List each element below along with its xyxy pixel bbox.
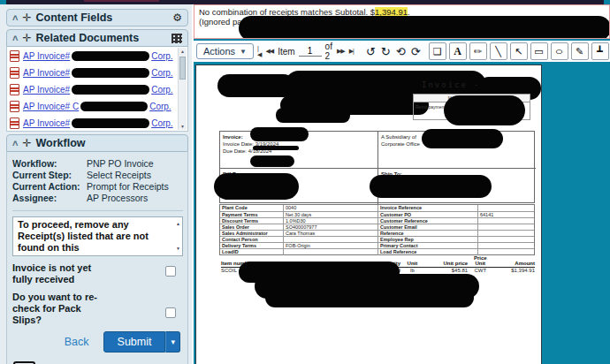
ap-invoice-link[interactable]: AP Invoice# CCorp. [23,102,172,111]
last-item-button[interactable]: ▶| [348,48,355,55]
freehand-tool-button[interactable]: ✎ [571,42,589,60]
panel-content-fields: ˄ ✛ Content Fields ⚙ [6,9,188,27]
panel-title: Workflow [36,137,86,149]
field-value: Select Receipts [87,170,151,181]
recheck-packslips-checkbox[interactable] [165,307,176,318]
content-fields-header[interactable]: ˄ ✛ Content Fields ⚙ [6,9,188,27]
line-tool-button[interactable]: ╲ [490,42,507,60]
stamp-tool-button[interactable]: ┻ [591,42,609,60]
notice-scrollbar[interactable]: ▲▼ [176,218,180,254]
redaction [72,118,149,128]
rotate-cw-icon[interactable]: ↻ [379,46,393,57]
submit-dropdown[interactable]: ▾ [165,331,180,353]
related-documents-header[interactable]: ˄ ✛ Related Documents [6,29,188,47]
submit-button[interactable]: Submit [103,331,166,353]
prev-item-button[interactable]: ◀◀ [264,48,274,55]
redaction [422,129,503,148]
ap-invoice-link[interactable]: AP Invoice#Corp. [23,68,173,78]
list-item: AP Invoice#Corp. [10,48,177,64]
field-value: Prompt for Receipts [87,181,169,193]
gear-icon[interactable]: ⚙ [172,11,182,24]
invoice-date: Invoice Date: 3/19/2024 [223,140,375,148]
invoice-details-table: Plant Code0040Invoice Reference Payment … [219,204,535,255]
app-window: ˄ ✛ Content Fields ⚙ ˄ ✛ Related Documen… [0,0,610,364]
redaction [72,51,149,61]
list-scrollbar[interactable]: ▲ ▼ [178,48,187,130]
document-viewer[interactable]: Invoice - C Make checks payable to Remit… [194,64,610,364]
pdf-file-icon [10,101,19,112]
question-row: Invoice is not yet fully received [12,262,183,285]
ap-invoice-link[interactable]: AP Invoice#Corp. [23,85,173,95]
refresh-all-icon[interactable]: ⟳ [409,46,423,57]
redaction [72,68,149,78]
item-number-input[interactable] [299,46,322,57]
rectangle-tool-button[interactable]: ▭ [530,42,548,60]
refresh-icon[interactable]: ⟲ [394,46,408,57]
redaction [253,146,299,150]
list-item: AP Invoice#Corp. [10,81,177,98]
sidebar: ˄ ✛ Content Fields ⚙ ˄ ✛ Related Documen… [0,4,192,364]
grid-view-icon[interactable] [172,34,182,43]
collapse-icon[interactable]: ˄ [12,34,18,42]
workflow-body: Workflow:PNP PO Invoice Current Step:Sel… [6,152,188,364]
redaction [250,127,309,141]
list-item: AP Invoice#Corp. [10,64,177,81]
question-label: Invoice is not yet fully received [12,262,110,285]
field-label: Assignee: [12,193,87,204]
chrome-accent [84,0,159,2]
move-icon[interactable]: ✛ [22,12,31,23]
redaction [370,175,492,198]
move-icon[interactable]: ✛ [22,138,31,148]
workflow-header[interactable]: ˄ ✛ Workflow [6,134,188,152]
panel-title: Related Documents [36,32,140,44]
due-date: Due Date: 4/18/2024 [223,148,375,155]
viewer-toolbar: Actions▼ |◀ ◀◀ Item of 2 ▶▶ ▶| ↺ ↻ ⟲ ⟳ ❏… [194,39,610,64]
first-item-button[interactable]: |◀ [256,45,262,58]
collapse-icon[interactable]: ˄ [12,13,18,22]
field-label: Workflow: [12,158,87,170]
pdf-file-icon [10,50,19,62]
question-row: Do you want to re-check for Pack Slips? [12,292,183,326]
workflow-notice: To proceed, remove any Receipt(s) listed… [12,216,183,256]
scroll-up-icon[interactable]: ▲ [176,218,180,230]
move-icon[interactable]: ✛ [22,33,31,43]
next-item-button[interactable]: ▶▶ [336,48,346,55]
panel-related-documents: ˄ ✛ Related Documents AP Invoice#Corp. A… [6,29,188,132]
pdf-file-icon [10,84,19,95]
list-item: AP Invoice# CCorp. [10,98,177,115]
document-page: Invoice - C Make checks payable to Remit… [196,65,541,364]
pen-annotation-button[interactable]: ✏ [469,42,487,60]
redaction [444,95,525,125]
field-label: Current Action: [12,181,87,193]
redaction [265,288,474,307]
panel-title: Content Fields [36,11,113,24]
fully-received-checkbox[interactable] [165,266,176,277]
redaction [239,16,610,39]
ap-invoice-link[interactable]: AP Invoice#Corp. [23,118,173,128]
divider [12,210,183,211]
collapse-icon[interactable]: ˄ [12,139,18,148]
arrow-tool-button[interactable]: ↖ [510,42,528,60]
redaction [250,155,294,167]
actions-button[interactable]: Actions▼ [196,43,254,59]
related-documents-list: AP Invoice#Corp. AP Invoice#Corp. AP Inv… [6,47,188,132]
pdf-file-icon [10,67,19,79]
ellipse-tool-button[interactable]: ○ [551,42,568,60]
scroll-down-icon[interactable]: ▼ [176,243,180,254]
redaction [214,173,299,200]
rotate-group: ↺ ↻ ⟲ ⟳ [364,46,423,57]
scroll-up-icon[interactable]: ▲ [180,48,185,55]
item-label: Item [277,47,295,57]
ap-invoice-link[interactable]: AP Invoice#Corp. [23,51,173,61]
alert-banner: No combination of receipts matches Subto… [194,4,610,39]
question-label: Do you want to re-check for Pack Slips? [12,292,101,326]
rotate-ccw-icon[interactable]: ↺ [364,46,377,57]
redaction [80,102,148,111]
field-value: PNP PO Invoice [87,158,154,170]
back-link[interactable]: Back [65,336,89,348]
field-label: Current Step: [12,170,87,181]
text-annotation-button[interactable]: A [449,42,467,60]
scroll-down-icon[interactable]: ▼ [180,123,185,130]
scroll-thumb[interactable] [179,57,186,80]
new-page-button[interactable]: ❏ [429,42,446,60]
